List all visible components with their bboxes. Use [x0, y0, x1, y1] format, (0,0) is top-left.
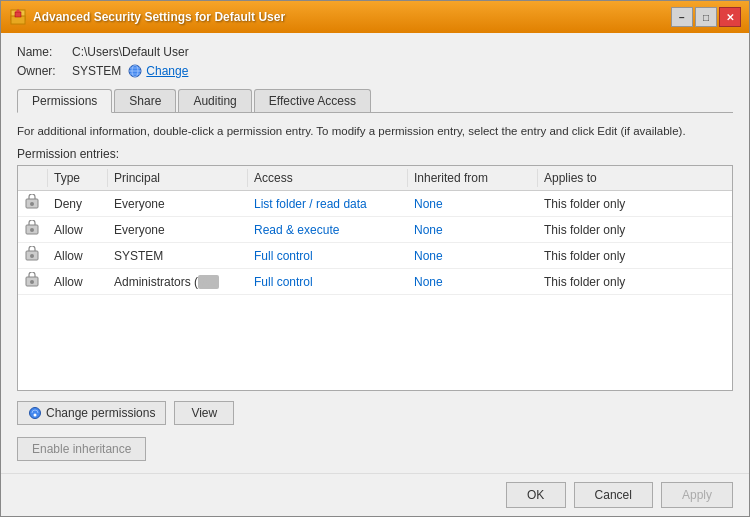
cancel-button[interactable]: Cancel [574, 482, 653, 508]
row-principal: SYSTEM [108, 246, 248, 266]
svg-point-16 [30, 280, 34, 284]
name-label: Name: [17, 45, 72, 59]
table-row[interactable]: Allow SYSTEM Full control None This fold… [18, 243, 732, 269]
svg-point-17 [30, 408, 41, 419]
window-title: Advanced Security Settings for Default U… [33, 10, 671, 24]
row-access: Full control [248, 272, 408, 292]
row-principal: Everyone [108, 220, 248, 240]
tab-auditing[interactable]: Auditing [178, 89, 251, 112]
row-inherited: None [408, 246, 538, 266]
row-principal: Administrators (\A... [108, 272, 248, 292]
table-row[interactable]: Allow Everyone Read & execute None This … [18, 217, 732, 243]
row-inherited: None [408, 272, 538, 292]
minimize-button[interactable]: − [671, 7, 693, 27]
apply-button[interactable]: Apply [661, 482, 733, 508]
row-applies: This folder only [538, 220, 678, 240]
view-button[interactable]: View [174, 401, 234, 425]
owner-label: Owner: [17, 64, 72, 78]
table-body: Deny Everyone List folder / read data No… [18, 191, 732, 390]
close-button[interactable]: ✕ [719, 7, 741, 27]
col-inherited: Inherited from [408, 169, 538, 187]
row-access: List folder / read data [248, 194, 408, 214]
perm-entries-label: Permission entries: [17, 147, 733, 161]
change-permissions-label: Change permissions [46, 406, 155, 420]
row-access: Read & execute [248, 220, 408, 240]
main-window: Advanced Security Settings for Default U… [0, 0, 750, 517]
row-applies: This folder only [538, 272, 678, 292]
tab-share[interactable]: Share [114, 89, 176, 112]
content-area: Name: C:\Users\Default User Owner: SYSTE… [1, 33, 749, 473]
row-icon [18, 217, 48, 242]
svg-point-18 [34, 414, 37, 417]
row-access: Full control [248, 246, 408, 266]
table-row[interactable]: Deny Everyone List folder / read data No… [18, 191, 732, 217]
owner-value: SYSTEM [72, 64, 121, 78]
row-icon [18, 191, 48, 216]
row-principal: Everyone [108, 194, 248, 214]
row-type: Allow [48, 220, 108, 240]
row-inherited: None [408, 194, 538, 214]
row-type: Allow [48, 272, 108, 292]
window-icon [9, 8, 27, 26]
name-value: C:\Users\Default User [72, 45, 189, 59]
row-applies: This folder only [538, 246, 678, 266]
tab-effective-access[interactable]: Effective Access [254, 89, 371, 112]
change-link-text: Change [146, 64, 188, 78]
change-owner-link[interactable]: Change [127, 63, 188, 79]
tabs-bar: Permissions Share Auditing Effective Acc… [17, 89, 733, 113]
principal-text: Administrators ( [114, 275, 198, 289]
col-icon [18, 169, 48, 187]
maximize-button[interactable]: □ [695, 7, 717, 27]
ok-button[interactable]: OK [506, 482, 566, 508]
row-icon [18, 243, 48, 268]
table-header: Type Principal Access Inherited from App… [18, 166, 732, 191]
row-applies: This folder only [538, 194, 678, 214]
col-type: Type [48, 169, 108, 187]
tab-permissions[interactable]: Permissions [17, 89, 112, 113]
row-icon [18, 269, 48, 294]
enable-row: Enable inheritance [17, 431, 733, 461]
row-type: Deny [48, 194, 108, 214]
svg-rect-2 [15, 12, 21, 17]
row-type: Allow [48, 246, 108, 266]
enable-inheritance-button[interactable]: Enable inheritance [17, 437, 146, 461]
svg-point-10 [30, 202, 34, 206]
footer: OK Cancel Apply [1, 473, 749, 516]
description-text: For additional information, double-click… [17, 123, 733, 139]
title-bar: Advanced Security Settings for Default U… [1, 1, 749, 33]
name-row: Name: C:\Users\Default User [17, 45, 733, 59]
action-buttons: Change permissions View [17, 401, 733, 425]
svg-point-14 [30, 254, 34, 258]
col-access: Access [248, 169, 408, 187]
title-bar-buttons: − □ ✕ [671, 7, 741, 27]
svg-point-12 [30, 228, 34, 232]
col-applies: Applies to [538, 169, 678, 187]
shield-icon [28, 406, 42, 420]
owner-row: Owner: SYSTEM Change [17, 63, 733, 79]
change-permissions-button[interactable]: Change permissions [17, 401, 166, 425]
principal-blurred: \A... [198, 275, 219, 289]
permissions-table: Type Principal Access Inherited from App… [17, 165, 733, 391]
table-row[interactable]: Allow Administrators (\A... Full control… [18, 269, 732, 295]
col-principal: Principal [108, 169, 248, 187]
globe-icon [127, 63, 143, 79]
row-inherited: None [408, 220, 538, 240]
